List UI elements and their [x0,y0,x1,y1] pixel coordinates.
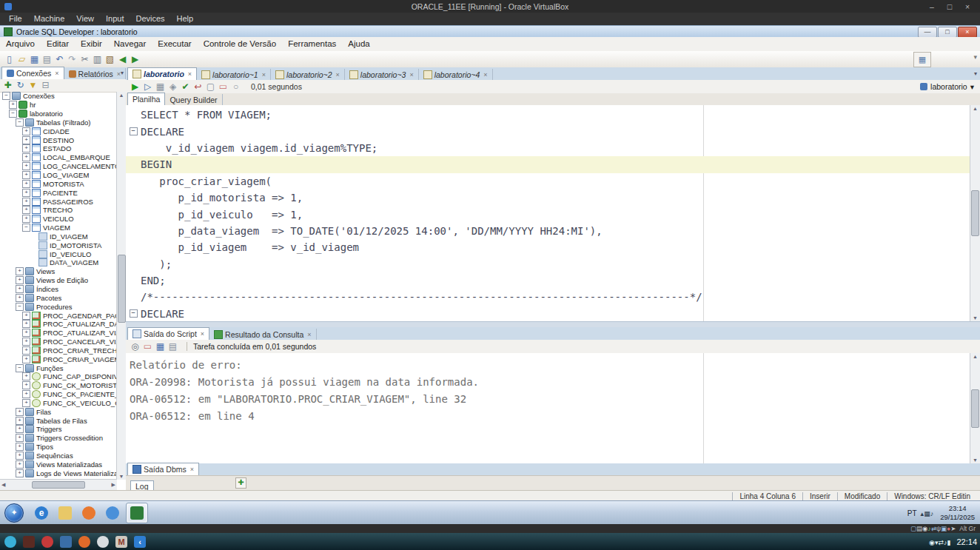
expander-icon[interactable]: + [22,346,30,355]
host-clock[interactable]: 22:14 [954,537,977,546]
editor-tab[interactable]: laboratorio~4× [419,69,493,80]
expander-icon[interactable]: + [16,294,24,302]
expander-icon[interactable]: + [22,153,30,161]
expander-icon[interactable]: − [22,224,30,232]
tree-item[interactable]: +PACIENTE [0,188,117,197]
autotrace-icon[interactable]: ▦ [154,81,167,93]
menubar-item[interactable]: Editar [41,37,75,51]
clear-icon[interactable]: ▭ [217,81,229,93]
host-network-icon[interactable]: ⇄ [938,539,944,546]
new-file-icon[interactable]: ▯ [3,53,16,66]
tree-item[interactable]: +Triggers [0,425,117,434]
vbox-minimize-button[interactable]: – [924,2,940,11]
output-scrollbar[interactable]: ▲ ▼ [970,353,980,463]
expander-icon[interactable]: + [16,425,24,433]
vbox-close-button[interactable]: × [959,2,976,11]
expander-icon[interactable]: + [22,381,30,389]
language-indicator[interactable]: PT [907,509,917,517]
menubar-item[interactable]: Controle de Versão [198,37,282,51]
host-app-media-icon[interactable] [41,535,54,549]
tab-relatorios[interactable]: Relatórios× [64,68,127,79]
tree-item[interactable]: +PROC_CANCELAR_VIAGEM [0,338,117,346]
tree-item[interactable]: +CIDADE [0,127,117,135]
tree-item[interactable]: +Tabelas de Filas [0,416,117,425]
scroll-up-icon[interactable]: ▲ [119,93,124,98]
code-line[interactable]: v_id_viagem viagem.id_viagem%TYPE; [126,140,970,156]
expander-icon[interactable]: + [16,460,24,469]
back-icon[interactable]: ◀ [116,53,129,66]
scroll-up-icon[interactable]: ▲ [973,106,978,111]
scrollbar-thumb[interactable] [971,190,979,236]
expander-icon[interactable]: + [22,180,30,188]
explain-plan-icon[interactable]: ◈ [167,81,179,93]
code-line[interactable]: p_data_viagem => TO_DATE('01/12/2025 14:… [126,223,970,239]
tab-list-icon[interactable]: ▾ [974,70,977,77]
expander-icon[interactable]: + [22,372,30,380]
clear-output-icon[interactable]: ▭ [141,341,154,353]
rollback-icon[interactable]: ↩ [192,81,204,93]
tab-conexoes[interactable]: Conexões× [1,67,64,79]
close-icon[interactable]: × [55,70,58,77]
tree-item[interactable]: +TRECHO [0,206,117,215]
tree-item[interactable]: −Procedures [0,302,117,311]
host-indicator-icon[interactable]: ◉ [929,539,935,546]
volume-tray-icon[interactable]: ♪ [930,510,934,517]
taskbar-clock[interactable]: 23:14 29/11/2025 [937,504,978,522]
add-connection-icon[interactable]: ✚ [1,79,14,92]
editor-tab[interactable]: laboratorio× [127,67,197,80]
unshared-worksheet-icon[interactable]: ▢ [204,81,217,93]
expander-icon[interactable]: + [22,320,30,328]
host-app-vscode-icon[interactable]: ‹ [133,535,147,549]
close-icon[interactable]: × [262,71,266,78]
close-icon[interactable]: × [409,71,413,78]
tree-item[interactable]: −Tabelas (Filtrado) [0,118,117,127]
tree-item[interactable]: −Conexões [0,92,117,101]
tree-item[interactable]: +FUNC_CK_VEICULO_OCUPAD [0,399,117,408]
expander-icon[interactable]: + [22,162,30,170]
copy-icon[interactable]: ▥ [91,53,104,66]
expander-icon[interactable]: + [16,434,24,442]
fold-collapse-icon[interactable]: − [126,309,141,318]
host-app-mail-icon[interactable]: M [115,535,128,549]
tree-item[interactable]: +PROC_ATUALIZAR_DATA_TRE [0,320,117,329]
tree-item[interactable]: +PASSAGEIROS [0,197,117,206]
expander-icon[interactable]: + [22,329,30,337]
panel-menu-icon[interactable]: ▾ [121,70,124,76]
host-app-firefox-icon[interactable] [78,535,91,549]
menubar-item[interactable]: Ferramentas [282,37,342,51]
close-icon[interactable]: × [188,70,192,78]
tree-item[interactable]: +Views [0,267,117,276]
scrollbar-thumb[interactable] [971,389,979,428]
tab-planilha[interactable]: Planilha [127,93,165,105]
expander-icon[interactable]: + [22,144,30,152]
menubar-item[interactable]: Ajuda [342,37,375,51]
code-line[interactable]: −DECLARE [126,306,970,321]
vbox-menu-item[interactable]: Machine [28,13,71,25]
scroll-down-icon[interactable]: ▼ [119,474,124,479]
tree-item[interactable]: +Índices [0,285,117,294]
code-line[interactable]: p_id_viagem => v_id_viagem [126,239,970,255]
tree-item[interactable]: +PROC_CRIAR_VIAGEM [0,355,117,363]
expander-icon[interactable]: + [22,355,30,363]
menubar-item[interactable]: Exibir [75,37,108,51]
window-minimize-button[interactable]: — [918,27,937,38]
fold-minus-icon[interactable]: − [130,309,138,318]
tree-item[interactable]: +MOTORISTA [0,179,117,188]
scrollbar-thumb[interactable] [118,255,126,323]
add-dbms-output-icon[interactable]: ✚ [235,477,246,489]
tree-item[interactable]: +FUNC_CK_PACIENTE_AGEND [0,390,117,399]
menubar-item[interactable]: Navegar [108,37,152,51]
chrome-icon[interactable] [102,503,123,523]
tab-saida-dbms[interactable]: Saída Dbms× [127,463,199,475]
redo-icon[interactable]: ↷ [66,53,78,66]
menubar-item[interactable]: Executar [152,37,197,51]
expander-icon[interactable]: + [16,408,24,416]
vbox-maximize-button[interactable]: □ [942,2,958,11]
window-maximize-button[interactable]: □ [938,27,957,38]
paste-icon[interactable]: ▧ [104,53,116,66]
code-line[interactable]: /*--------------------------------------… [126,289,970,305]
print-output-icon[interactable]: ▤ [167,341,179,353]
tree-item[interactable]: −laboratorio [0,110,117,118]
component-palette-icon[interactable]: ▦ [913,52,931,67]
tree-item[interactable]: −Funções [0,363,117,372]
